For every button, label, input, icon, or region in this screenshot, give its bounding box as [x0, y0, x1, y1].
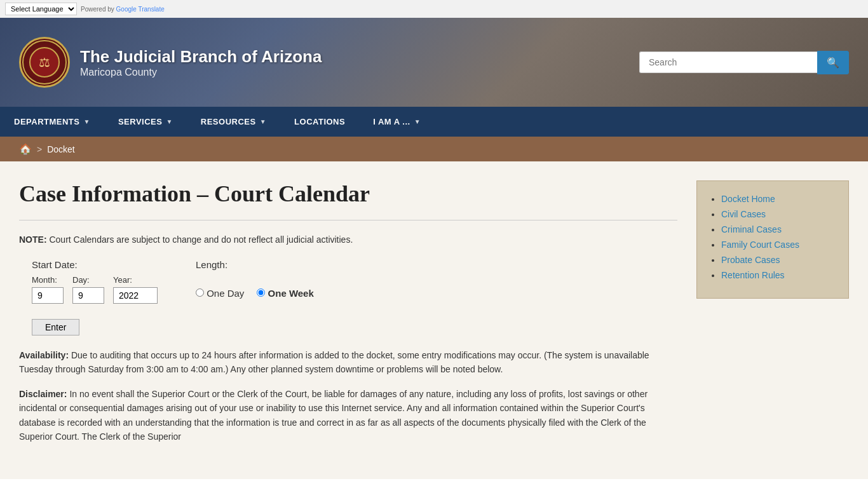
- enter-btn-row: Enter: [19, 319, 677, 336]
- year-input[interactable]: [113, 287, 158, 304]
- note-label: NOTE:: [19, 234, 47, 245]
- nav-i-am-a[interactable]: I AM A ... ▼: [359, 107, 435, 137]
- retention-rules-link[interactable]: Retention Rules: [721, 270, 785, 280]
- nav-departments[interactable]: DEPARTMENTS ▼: [0, 107, 104, 137]
- nav-services[interactable]: SERVICES ▼: [104, 107, 187, 137]
- start-date-group: Start Date: Month: Day: Year:: [32, 259, 158, 304]
- search-input[interactable]: [639, 51, 817, 73]
- day-label: Day:: [72, 275, 104, 285]
- one-week-radio[interactable]: [257, 288, 265, 297]
- length-label: Length:: [196, 259, 314, 270]
- sidebar-item-family-court: Family Court Cases: [721, 240, 836, 250]
- disclaimer-label: Disclaimer:: [19, 389, 67, 399]
- one-week-option[interactable]: One Week: [257, 288, 313, 299]
- sidebar-box: Docket Home Civil Cases Criminal Cases F…: [696, 180, 849, 299]
- main-nav: DEPARTMENTS ▼ SERVICES ▼ RESOURCES ▼ LOC…: [0, 107, 868, 137]
- site-title: The Judicial Branch of Arizona: [80, 47, 322, 67]
- header-title: The Judicial Branch of Arizona Maricopa …: [80, 47, 322, 78]
- note-text: NOTE: Court Calendars are subject to cha…: [19, 233, 677, 247]
- day-input[interactable]: [72, 287, 104, 304]
- sidebar-item-civil-cases: Civil Cases: [721, 209, 836, 219]
- translate-link[interactable]: Translate: [138, 6, 164, 13]
- svg-text:⚖: ⚖: [39, 55, 50, 69]
- breadcrumb-separator: >: [37, 144, 42, 154]
- month-input[interactable]: [32, 287, 64, 304]
- sidebar-item-probate: Probate Cases: [721, 255, 836, 265]
- services-arrow: ▼: [166, 118, 172, 125]
- site-subtitle: Maricopa County: [80, 67, 322, 78]
- logo: ⚖: [19, 37, 70, 88]
- content-area: Case Information – Court Calendar NOTE: …: [19, 180, 677, 460]
- start-date-label: Start Date:: [32, 259, 158, 270]
- date-form: Start Date: Month: Day: Year:: [19, 259, 677, 304]
- header-content: ⚖ The Judicial Branch of Arizona Maricop…: [0, 18, 868, 107]
- one-day-option[interactable]: One Day: [196, 288, 244, 299]
- length-group: Length: One Day One Week: [196, 259, 314, 304]
- probate-cases-link[interactable]: Probate Cases: [721, 255, 780, 265]
- i-am-a-arrow: ▼: [414, 118, 421, 125]
- breadcrumb: 🏠 > Docket: [0, 137, 868, 161]
- breadcrumb-current: Docket: [47, 144, 75, 154]
- nav-resources[interactable]: RESOURCES ▼: [187, 107, 280, 137]
- one-day-radio[interactable]: [196, 288, 204, 297]
- translate-bar: Select Language Powered by Google Transl…: [0, 0, 868, 18]
- header-left: ⚖ The Judicial Branch of Arizona Maricop…: [19, 37, 322, 88]
- civil-cases-link[interactable]: Civil Cases: [721, 209, 766, 219]
- year-field-group: Year:: [113, 275, 158, 304]
- enter-button[interactable]: Enter: [32, 319, 79, 336]
- language-select[interactable]: Select Language: [5, 3, 77, 15]
- family-court-link[interactable]: Family Court Cases: [721, 240, 799, 250]
- google-label: Google: [116, 6, 137, 13]
- nav-locations[interactable]: LOCATIONS: [280, 107, 359, 137]
- breadcrumb-home-icon[interactable]: 🏠: [19, 143, 32, 155]
- main-content: Case Information – Court Calendar NOTE: …: [0, 161, 868, 479]
- search-button[interactable]: 🔍: [817, 51, 849, 74]
- logo-inner: ⚖: [22, 40, 67, 85]
- month-field-group: Month:: [32, 275, 64, 304]
- title-divider: [19, 220, 677, 220]
- resources-arrow: ▼: [260, 118, 266, 125]
- disclaimer-text: Disclaimer: In no event shall the Superi…: [19, 387, 677, 444]
- page-title: Case Information – Court Calendar: [19, 180, 677, 207]
- year-label: Year:: [113, 275, 158, 285]
- sidebar-item-criminal-cases: Criminal Cases: [721, 224, 836, 234]
- search-area: 🔍: [639, 51, 849, 74]
- docket-home-link[interactable]: Docket Home: [721, 194, 775, 204]
- header: ⚖ The Judicial Branch of Arizona Maricop…: [0, 18, 868, 107]
- powered-by-label: Powered by Google Translate: [81, 6, 165, 13]
- date-fields: Month: Day: Year:: [32, 275, 158, 304]
- departments-arrow: ▼: [83, 118, 90, 125]
- month-label: Month:: [32, 275, 64, 285]
- sidebar-item-retention: Retention Rules: [721, 270, 836, 280]
- sidebar-link-list: Docket Home Civil Cases Criminal Cases F…: [710, 194, 836, 280]
- day-field-group: Day:: [72, 275, 104, 304]
- criminal-cases-link[interactable]: Criminal Cases: [721, 224, 782, 234]
- sidebar: Docket Home Civil Cases Criminal Cases F…: [696, 180, 849, 460]
- sidebar-item-docket-home: Docket Home: [721, 194, 836, 204]
- radio-options: One Day One Week: [196, 288, 314, 304]
- availability-label: Availability:: [19, 350, 69, 360]
- logo-svg: ⚖: [29, 46, 60, 78]
- availability-text: Availability: Due to auditing that occur…: [19, 348, 677, 377]
